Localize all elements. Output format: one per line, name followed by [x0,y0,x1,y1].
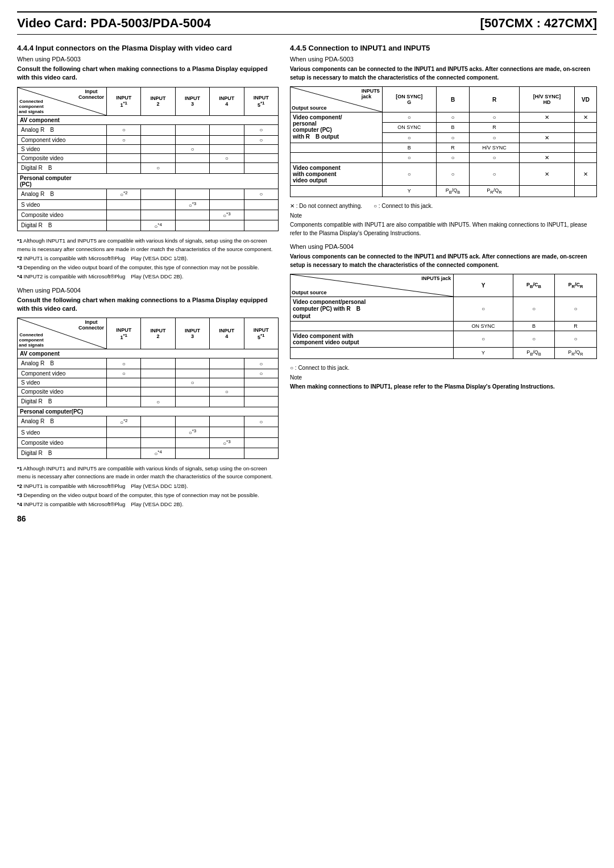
composite-row-1: Composite video ○ [18,153,279,162]
t2-col-input4: INPUT4 [210,318,244,349]
consult-text-2: Consult the following chart when making … [17,296,279,314]
right-column: 4.4.5 Connection to INPUT1 and INPUT5 Wh… [290,44,597,523]
fn2-4: *4 INPUT2 is compatible with Microsoft®P… [17,500,279,508]
t2-col-input3: INPUT3 [175,318,209,349]
right-section-title: 4.4.5 Connection to INPUT1 and INPUT5 [290,44,597,52]
t4-video-pc-row-a: Video component/personalcomputer (PC) wi… [291,297,597,321]
t2-analog-rb: Analog R B ○○ [18,358,279,369]
on-sync-header: [ON SYNC]G [382,87,436,112]
svideo-row-1: S video ○ [18,144,279,153]
page-title: Video Card: PDA-5003/PDA-5004 [17,16,211,31]
legend-circle-label: ○ : Connect to this jack. [374,203,433,209]
t4-video-component-row-b: YPB/QBPR/QR [291,347,597,358]
t4-video-component-row-a: Video component withcomponent video outp… [291,331,597,347]
fn2-3: *3 Depending on the video output board o… [17,491,279,499]
right-intro-text: Various components can be connected to t… [290,65,597,82]
col-input5: INPUT5*1 [244,87,278,115]
vd-header: VD [575,87,597,112]
t2-composite: Composite video ○ [18,387,279,397]
prcr-header: PR/CR [554,274,596,297]
t2-digital-rb: Digital R B ○ [18,397,279,407]
col-input4: INPUT4 [210,87,244,115]
page-header: Video Card: PDA-5003/PDA-5004 [507CMX : … [17,11,597,35]
when-pda5004-label: When using PDA-5004 [17,287,279,294]
right-intro-text-2: Various components can be connected to t… [290,252,597,269]
note-label-1: Note [290,212,597,219]
input5-corner-2: INPUT5 jack Output source [291,274,454,297]
legend-row-1: ✕ : Do not connect anything. ○ : Connect… [290,203,597,209]
video-pc-row-1e: ○○○✕ [291,153,597,163]
t2-pc-svideo: S video ○*3 [18,427,279,437]
t2-component-video: Component video ○○ [18,369,279,378]
t2-col-input5: INPUT5*1 [244,318,278,349]
fn1-1: *1 Although INPUT1 and INPUT5 are compat… [17,237,279,253]
left-column: 4.4.4 Input connectors on the Plasma Dis… [17,44,279,523]
t2-pc-composite: Composite video ○*3 [18,437,279,448]
hv-sync-header: [H/V SYNC]HD [519,87,574,112]
t2-pc-analog-rb: Analog R B ○*2○ [18,416,279,427]
col-input3: INPUT3 [175,87,209,115]
digital-rb-row-1: Digital R B ○ [18,162,279,173]
input-table-1: InputConnector Connectedcomponentand sig… [17,87,279,232]
right-when-pda5003: When using PDA-5003 [290,56,597,62]
col-input2: INPUT2 [141,87,175,115]
table1-corner: InputConnector Connectedcomponentand sig… [18,87,107,115]
consult-text-1: Consult the following chart when making … [17,65,279,82]
y-header: Y [454,274,513,297]
input5-corner: INPUT5jack Output source [291,87,383,112]
input5-table-1: INPUT5jack Output source [ON SYNC]G B R … [290,86,597,197]
fn1-4: *4 INPUT2 is compatible with Microsoft®P… [17,273,279,281]
video-component-row-2a: Video componentwith componentvideo outpu… [291,163,597,186]
fn2-2: *2 INPUT1 is compatible with Microsoft®P… [17,482,279,490]
personal-computer-header-1: Personal computer(PC) [18,173,279,189]
legend-row-2: ○ : Connect to this jack. [290,365,597,371]
t4-video-pc-row-b: ON SYNCBR [291,321,597,331]
left-section-title: 4.4.4 Input connectors on the Plasma Dis… [17,44,279,52]
t2-svideo: S video ○ [18,378,279,387]
t2-col-input1: INPUT1*1 [107,318,141,349]
footnotes-2: *1 Although INPUT1 and INPUT5 are compat… [17,465,279,508]
av-component-header-2: AV component [18,349,279,358]
r-header: R [470,87,519,112]
when-pda5003-label: When using PDA-5003 [17,56,279,62]
legend-circle-label-2: ○ : Connect to this jack. [290,365,349,371]
personal-computer-header-2: Personal computer(PC) [18,407,279,416]
video-component-row-2b: YPB/QBPR/QR [291,186,597,197]
av-component-header: AV component [18,115,279,124]
col-input1: INPUT1*1 [107,87,141,115]
main-content: 4.4.4 Input connectors on the Plasma Dis… [17,44,597,523]
video-pc-row-1d: BRH/V SYNC [291,143,597,153]
pc-composite-row-1: Composite video ○*3 [18,210,279,220]
note-label-2: Note [290,374,597,381]
pc-analog-rb-row-1: Analog R B ○*2○ [18,189,279,199]
t2-col-input2: INPUT2 [141,318,175,349]
component-video-row-1: Component video ○○ [18,135,279,144]
fn1-2: *2 INPUT1 is compatible with Microsoft®P… [17,254,279,262]
pc-svideo-row-1: S video ○*3 [18,199,279,210]
analog-rb-row-1: Analog R B ○○ [18,124,279,135]
page-number: 86 [17,514,279,523]
legend-cross-label: ✕ : Do not connect anything. [290,203,362,209]
input-table-2: InputConnector Connectedcomponentand sig… [17,318,279,459]
footnotes-1: *1 Although INPUT1 and INPUT5 are compat… [17,237,279,281]
fn2-1: *1 Although INPUT1 and INPUT5 are compat… [17,465,279,481]
video-pc-row-1a: Video component/personalcomputer (PC)wit… [291,112,597,123]
page-model: [507CMX : 427CMX] [480,16,597,31]
b-header: B [436,87,470,112]
note-text-pda5004: When making connections to INPUT1, pleas… [290,382,597,391]
pc-digital-rb-row-1: Digital R B ○*4 [18,220,279,231]
note-text-pda5003: Components compatible with INPUT1 are al… [290,220,597,237]
t2-pc-digital-rb: Digital R B ○*4 [18,448,279,459]
pbcb-header: PB/CB [513,274,554,297]
right-when-pda5004: When using PDA-5004 [290,243,597,250]
fn1-3: *3 Depending on the video output board o… [17,264,279,272]
input5-table-2: INPUT5 jack Output source Y PB/CB PR/CR … [290,274,597,359]
table2-corner: InputConnector Connectedcomponentand sig… [18,318,107,349]
